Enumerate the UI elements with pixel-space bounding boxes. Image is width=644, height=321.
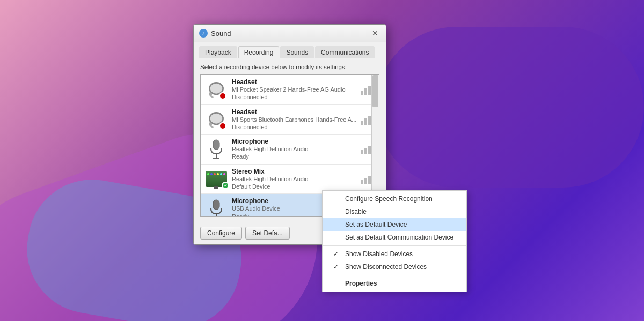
device-icon-mic-usb	[205, 198, 228, 216]
device-info-2: Headset Mi Sports Bluetooth Earphones Ha…	[232, 108, 357, 131]
ctx-set-default-comm[interactable]: Set as Default Communication Device	[323, 231, 466, 244]
context-menu: Configure Speech Recognition Disable Set…	[322, 190, 467, 292]
device-sub1-3: Realtek High Definition Audio	[232, 145, 357, 153]
vol-bar	[364, 178, 367, 184]
device-info-1: Headset Mi Pocket Speaker 2 Hands-Free A…	[232, 78, 357, 101]
tab-communications[interactable]: Communications	[315, 46, 375, 58]
vol-bar	[368, 176, 371, 184]
green-check-stereo: ✓	[222, 182, 229, 189]
vol-bar	[361, 121, 363, 125]
device-icon-stereo: ✓	[205, 168, 228, 190]
device-icon-headset-2	[205, 108, 228, 131]
set-default-button[interactable]: Set Defa...	[245, 227, 290, 240]
title-left: ♪ Sound	[199, 29, 231, 38]
tabs-bar: Playback Recording Sounds Communications	[194, 42, 386, 58]
device-item-headset-2[interactable]: Headset Mi Sports Bluetooth Earphones Ha…	[201, 105, 379, 135]
vol-bar	[364, 118, 367, 125]
scrollbar-thumb[interactable]	[372, 75, 378, 107]
device-info-3: Microphone Realtek High Definition Audio…	[232, 138, 357, 161]
device-sub1-1: Mi Pocket Speaker 2 Hands-Free AG Audio	[232, 86, 357, 93]
device-icon-mic-1	[205, 138, 228, 160]
device-sub2-4: Default Device	[232, 183, 357, 190]
device-icon-headset-1	[205, 78, 228, 101]
device-info-4: Stereo Mix Realtek High Definition Audio…	[232, 168, 357, 191]
svg-rect-6	[213, 140, 219, 150]
device-item-microphone-1[interactable]: Microphone Realtek High Definition Audio…	[201, 135, 379, 165]
tab-playback[interactable]: Playback	[199, 46, 237, 58]
ctx-properties[interactable]: Properties	[323, 277, 466, 290]
vol-bar	[361, 91, 363, 95]
device-item-headset-1[interactable]: Headset Mi Pocket Speaker 2 Hands-Free A…	[201, 75, 379, 105]
device-name-4: Stereo Mix	[232, 168, 357, 175]
ctx-check-show-disabled: ✓	[333, 250, 341, 258]
close-button[interactable]: ✕	[370, 28, 380, 39]
vol-bar	[361, 150, 363, 154]
vol-bar	[364, 88, 367, 95]
configure-button[interactable]: Configure	[200, 227, 242, 240]
vol-bar	[368, 86, 371, 95]
device-sub2-3: Ready	[232, 153, 357, 160]
device-name-1: Headset	[232, 78, 357, 86]
ctx-separator-2	[323, 275, 466, 275]
tab-recording[interactable]: Recording	[238, 46, 280, 58]
vol-bar	[361, 180, 363, 184]
tab-sounds[interactable]: Sounds	[280, 46, 314, 58]
device-sub1-4: Realtek High Definition Audio	[232, 175, 357, 183]
dialog-instruction: Select a recording device below to modif…	[200, 64, 379, 70]
ctx-set-default[interactable]: Set as Default Device	[323, 218, 466, 231]
bg-wave-2	[376, 27, 644, 188]
vol-bar	[368, 116, 371, 125]
dialog-title: Sound	[211, 29, 231, 38]
dialog-titlebar: ♪ Sound ✕	[194, 25, 386, 42]
device-name-3: Microphone	[232, 138, 357, 145]
status-dot-red-2	[219, 122, 226, 130]
ctx-show-disconnected[interactable]: ✓ Show Disconnected Devices	[323, 260, 466, 273]
svg-rect-9	[213, 200, 219, 210]
ctx-configure-speech[interactable]: Configure Speech Recognition	[323, 192, 466, 205]
ctx-disable[interactable]: Disable	[323, 205, 466, 218]
vol-bar	[368, 146, 371, 154]
ctx-check-show-disconnected: ✓	[333, 263, 341, 271]
device-sub1-2: Mi Sports Bluetooth Earphones Hands-Free…	[232, 116, 357, 123]
device-sub2-1: Disconnected	[232, 93, 357, 101]
device-name-2: Headset	[232, 108, 357, 116]
ctx-show-disabled[interactable]: ✓ Show Disabled Devices	[323, 248, 466, 260]
vol-bar	[364, 148, 367, 154]
ctx-separator-1	[323, 245, 466, 246]
sound-icon: ♪	[199, 29, 208, 38]
device-sub2-2: Disconnected	[232, 123, 357, 131]
